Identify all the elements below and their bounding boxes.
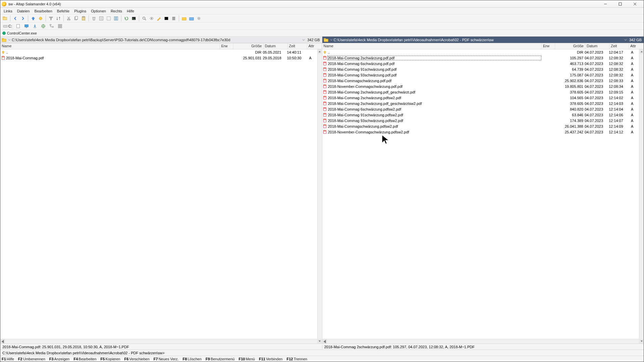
close-button[interactable]	[628, 1, 642, 7]
chevron-down-icon[interactable]	[330, 39, 333, 41]
fkey-f6[interactable]: F6Verschieben	[124, 357, 149, 361]
edit-icon[interactable]	[156, 15, 162, 22]
file-row[interactable]: PDF2018-Mai-Commagschwärzung.pdfsw2.pdf2…	[322, 123, 644, 129]
delete-icon[interactable]	[91, 15, 97, 22]
file-row[interactable]: PDF2018-Mai-Commag 91schwärzung.pdf.pdf6…	[322, 66, 644, 72]
fkey-f11[interactable]: F11Verbinden	[259, 357, 283, 361]
drive-desktop-icon[interactable]	[23, 23, 30, 29]
scroll-left-icon[interactable]	[322, 339, 327, 344]
hotpath-icon[interactable]	[37, 15, 44, 22]
file-row[interactable]: PDF2018-Mai-Commag.pdf25.901.03129.05.20…	[0, 55, 322, 61]
minimize-button[interactable]	[598, 1, 613, 7]
file-row[interactable]: PDF2018-Mai-Commag 6schwärzung.pdfsw2.pd…	[322, 106, 644, 112]
scroll-up-icon[interactable]	[640, 49, 643, 54]
file-row[interactable]: PDF2018-November-Commagschwärzung.pdfsw2…	[322, 129, 644, 135]
find-icon[interactable]	[141, 15, 148, 22]
fkey-f2[interactable]: F2Umbenennen	[18, 357, 45, 361]
properties-icon[interactable]	[98, 15, 105, 22]
updir-row[interactable]: ..DIR04.07.202312:04:17A	[322, 49, 644, 55]
left-column-header[interactable]: Name Erw Größe Datum Zeit Attr	[0, 43, 322, 49]
fkey-f9[interactable]: F9Benutzermenü	[206, 357, 234, 361]
col-size[interactable]: Größe	[555, 43, 585, 49]
col-ext[interactable]: Erw	[542, 43, 555, 49]
chevron-down-icon[interactable]	[302, 39, 305, 41]
cut-icon[interactable]	[65, 15, 72, 22]
fkey-f1[interactable]: F1Hilfe	[2, 357, 14, 361]
left-pathbar[interactable]: C:\Users\stefa\4eck Media Dropbox\stefan…	[0, 37, 322, 43]
scroll-up-icon[interactable]	[318, 49, 322, 54]
left-vscrollbar[interactable]	[317, 49, 322, 344]
col-time[interactable]: Zeit	[609, 43, 629, 49]
updir-row[interactable]: ..DIR05.05.202114:40:11	[0, 49, 322, 55]
cmd-icon[interactable]	[130, 15, 137, 22]
paste-icon[interactable]	[80, 15, 87, 22]
file-row[interactable]: PDF2018-Mai-Commag 2schwärzung.pdf_gesch…	[322, 89, 644, 95]
file-row[interactable]: PDF2018-Mai-Commag 6schwärzung.pdf.pdf46…	[322, 61, 644, 66]
select-all-icon[interactable]	[105, 15, 112, 22]
fkey-f12[interactable]: F12Trennen	[286, 357, 307, 361]
col-name[interactable]: Name	[0, 43, 220, 49]
right-filelist[interactable]: ..DIR04.07.202312:04:17APDF2018-Mai-Comm…	[322, 49, 644, 339]
scroll-down-icon[interactable]	[640, 339, 643, 344]
col-name[interactable]: Name	[322, 43, 542, 49]
fkey-f4[interactable]: F4Bearbeiten	[73, 357, 96, 361]
forward-icon[interactable]	[19, 15, 26, 22]
col-attr[interactable]: Attr	[307, 43, 322, 49]
col-attr[interactable]: Attr	[629, 43, 644, 49]
folder-yellow-icon[interactable]	[181, 15, 187, 22]
drive-net-icon[interactable]	[40, 23, 47, 29]
right-vscrollbar[interactable]	[639, 49, 644, 344]
fkey-f10[interactable]: F10Menü	[238, 357, 255, 361]
file-row[interactable]: PDF2018-Mai-Commag 2schwärzung.pdf.pdf10…	[322, 55, 644, 61]
fkey-f5[interactable]: F5Kopieren	[101, 357, 120, 361]
up-icon[interactable]	[30, 15, 37, 22]
left-filelist[interactable]: ..DIR05.05.202114:40:11PDF2018-Mai-Comma…	[0, 49, 322, 339]
back-icon[interactable]	[12, 15, 19, 22]
fkey-f7[interactable]: F7Neues Verz.	[154, 357, 179, 361]
file-row[interactable]: PDF2018-Mai-Commag 2schwärzung.pdfsw2.pd…	[322, 95, 644, 101]
drive-c-button[interactable]: C:	[2, 23, 13, 29]
menu-links[interactable]: Links	[2, 8, 14, 14]
drive-tree-icon[interactable]	[48, 23, 55, 29]
refresh-icon[interactable]	[123, 15, 130, 22]
commandline[interactable]: C:\Users\stefa\4eck Media Dropbox\stefan…	[0, 350, 644, 356]
menu-hilfe[interactable]: Hilfe	[125, 8, 136, 14]
folder-blue-icon[interactable]	[188, 15, 195, 22]
right-hscrollbar[interactable]	[322, 339, 644, 344]
chevron-down-icon[interactable]	[8, 39, 11, 41]
col-date[interactable]: Datum	[585, 43, 609, 49]
file-row[interactable]: PDF2018-Mai-Commag 91schwärzung.pdfsw2.p…	[322, 112, 644, 118]
right-column-header[interactable]: Name Erw Größe Datum Zeit Attr	[322, 43, 644, 49]
copy-icon[interactable]	[73, 15, 79, 22]
menu-bearbeiten[interactable]: Bearbeiten	[33, 8, 54, 14]
col-date[interactable]: Datum	[264, 43, 288, 49]
right-pathbar[interactable]: C:\Users\stefa\4eck Media Dropbox\stefan…	[322, 37, 644, 43]
scroll-down-icon[interactable]	[318, 339, 322, 344]
plugin-name[interactable]: ControlCenter.exe	[7, 31, 37, 35]
file-row[interactable]: PDF2018-Mai-Commag 2schwärzung.pdf_gesch…	[322, 101, 644, 106]
maximize-button[interactable]	[613, 1, 628, 7]
fkey-f3[interactable]: F3Anzeigen	[49, 357, 70, 361]
new-folder-icon[interactable]	[2, 15, 8, 22]
view-icon[interactable]	[148, 15, 155, 22]
drive-doc-icon[interactable]	[14, 23, 22, 29]
filter-icon[interactable]	[48, 15, 54, 22]
file-row[interactable]: PDF2018-Mai-Commag 93schwärzung.pdf.pdf1…	[322, 72, 644, 78]
menu-plugins[interactable]: Plugins	[72, 8, 88, 14]
options-icon[interactable]	[196, 15, 202, 22]
compare-icon[interactable]	[113, 15, 119, 22]
chevron-down-icon[interactable]	[624, 39, 627, 41]
list-icon[interactable]	[170, 15, 177, 22]
col-time[interactable]: Zeit	[288, 43, 307, 49]
left-hscrollbar[interactable]	[0, 339, 322, 344]
menu-rechts[interactable]: Rechts	[109, 8, 124, 14]
col-ext[interactable]: Erw	[220, 43, 233, 49]
col-size[interactable]: Größe	[233, 43, 264, 49]
fkey-f8[interactable]: F8Löschen	[183, 357, 202, 361]
menu-befehle[interactable]: Befehle	[55, 8, 71, 14]
menu-dateien[interactable]: Dateien	[15, 8, 32, 14]
scroll-left-icon[interactable]	[0, 339, 5, 344]
drive-apps-icon[interactable]	[56, 23, 64, 29]
drive-downloads-icon[interactable]	[31, 23, 39, 29]
terminal-black-icon[interactable]	[163, 15, 170, 22]
